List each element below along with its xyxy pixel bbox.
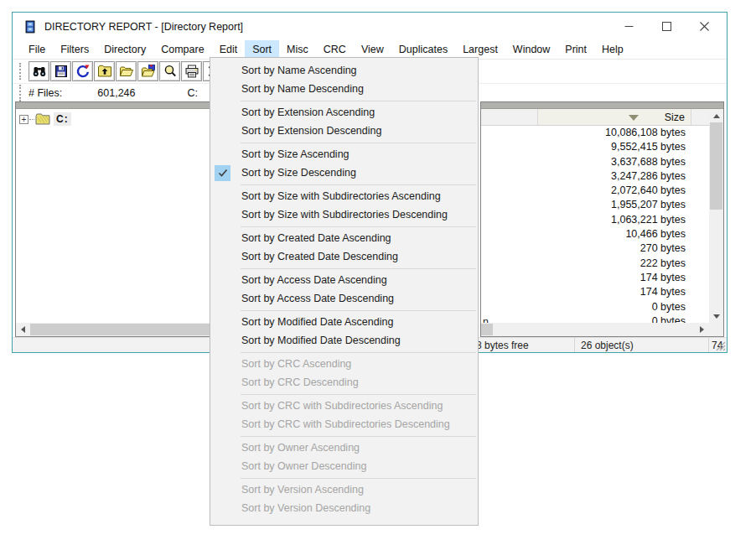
minimize-icon [624,22,634,31]
infobar-grip[interactable] [19,85,23,101]
file-size-cell[interactable]: 10,086,108 bytes [481,126,709,140]
menu-help[interactable]: Help [594,40,631,59]
tree-node-c-drive[interactable]: + C: [19,112,71,127]
close-icon [700,22,709,31]
file-size-cell[interactable]: 1,063,221 bytes [481,213,709,227]
checked-indicator [215,165,230,181]
menu-item-sort-size-asc[interactable]: Sort by Size Ascending [210,146,478,164]
menu-item-sort-size-desc[interactable]: Sort by Size Descending [210,164,478,183]
tree-connector [29,119,34,120]
zoom-button[interactable] [159,61,180,81]
maximize-icon [662,22,671,31]
maximize-button[interactable] [648,13,686,40]
menu-duplicates[interactable]: Duplicates [391,40,455,59]
menu-compare[interactable]: Compare [153,40,211,59]
column-header-size[interactable]: Size [538,109,691,125]
menu-item-sort-created-asc[interactable]: Sort by Created Date Ascending [210,230,478,248]
menu-separator [241,226,476,227]
menu-item-sort-size-subdirs-desc[interactable]: Sort by Size with Subdirectories Descend… [210,206,478,225]
menu-separator [241,478,476,479]
file-size-cell[interactable]: 3,247,286 bytes [481,169,709,184]
menu-item-sort-owner-desc[interactable]: Sort by Owner Descending [210,458,478,476]
file-size-cell[interactable]: 174 bytes [481,271,709,285]
scroll-up-button[interactable] [709,109,723,122]
menu-item-label: Sort by CRC with Subdirectories Descendi… [241,418,450,430]
menu-item-sort-size-subdirs-asc[interactable]: Sort by Size with Subdirectories Ascendi… [210,188,478,206]
menu-item-sort-crc-asc[interactable]: Sort by CRC Ascending [210,356,478,374]
menu-window[interactable]: Window [505,40,557,59]
find-button[interactable] [28,61,49,81]
menu-sort[interactable]: Sort [245,40,279,59]
menu-print[interactable]: Print [557,40,594,59]
compare-folders-button[interactable] [137,61,158,81]
menu-item-sort-access-asc[interactable]: Sort by Access Date Ascending [210,272,478,290]
print-button[interactable] [181,61,202,81]
open-folder-button[interactable] [116,61,137,81]
menu-largest[interactable]: Largest [455,40,505,59]
column-header-hidden[interactable] [481,109,538,125]
menu-item-sort-name-asc[interactable]: Sort by Name Ascending [210,62,478,80]
file-size-cell[interactable]: 2,072,640 bytes [481,184,709,198]
scroll-right-arrow-icon [700,326,704,333]
menu-item-sort-version-desc[interactable]: Sort by Version Descending [210,500,478,518]
refresh-button[interactable] [72,61,93,81]
file-list-pane: Size 10,086,108 bytes 9,552,415 bytes 3,… [480,101,724,337]
clipped-filename-fragment: n [483,316,489,323]
scroll-right-button[interactable] [695,323,709,336]
minimize-button[interactable] [610,13,648,40]
menu-view[interactable]: View [354,40,391,59]
file-size-cell[interactable]: 9,552,415 bytes [481,140,709,154]
files-label: # Files: [28,87,62,99]
parent-folder-button[interactable] [94,61,115,81]
expand-plus-icon[interactable]: + [19,115,28,124]
list-hscrollbar-thumb[interactable] [481,324,493,335]
print-icon [184,64,199,79]
menu-item-sort-created-desc[interactable]: Sort by Created Date Descending [210,248,478,267]
menu-item-sort-extension-asc[interactable]: Sort by Extension Ascending [210,104,478,122]
menu-item-sort-extension-desc[interactable]: Sort by Extension Descending [210,122,478,141]
menu-item-sort-name-desc[interactable]: Sort by Name Descending [210,80,478,99]
file-size-cell[interactable]: 222 bytes [481,257,709,271]
file-size-cell[interactable]: 1,955,207 bytes [481,198,709,212]
menu-item-label: Sort by Version Descending [241,502,370,514]
menu-item-label: Sort by Size Ascending [241,148,350,160]
file-size-cell[interactable]: 3,637,688 bytes [481,155,709,169]
menu-item-label: Sort by Owner Descending [241,460,366,472]
tree-node-label[interactable]: C: [54,112,71,126]
menu-item-sort-owner-asc[interactable]: Sort by Owner Ascending [210,439,478,458]
menu-separator [241,394,476,395]
menu-item-sort-crc-subdirs-desc[interactable]: Sort by CRC with Subdirectories Descendi… [210,416,478,434]
menu-directory[interactable]: Directory [96,40,153,59]
open-folder-icon [119,64,134,79]
file-size-cell[interactable]: 174 bytes [481,285,709,299]
menu-file[interactable]: File [21,40,53,59]
menu-item-label: Sort by Extension Ascending [241,106,375,118]
menu-item-sort-modified-asc[interactable]: Sort by Modified Date Ascending [210,314,478,332]
save-button[interactable] [50,61,71,81]
menu-item-sort-crc-subdirs-asc[interactable]: Sort by CRC with Subdirectories Ascendin… [210,397,478,416]
checkmark-icon [218,168,228,178]
menu-item-label: Sort by CRC Descending [241,376,359,388]
menu-item-sort-version-asc[interactable]: Sort by Version Ascending [210,481,478,500]
scroll-down-button[interactable] [709,309,723,323]
menu-item-sort-crc-desc[interactable]: Sort by CRC Descending [210,374,478,392]
menu-filters[interactable]: Filters [53,40,96,59]
list-horizontal-scrollbar[interactable] [481,323,709,336]
resize-grip-icon[interactable] [716,341,726,351]
file-size-cell[interactable]: 0 bytes [481,300,709,314]
list-vertical-scrollbar[interactable] [709,109,723,323]
file-size-cell[interactable]: 270 bytes [481,241,709,256]
list-scrollbar-thumb[interactable] [710,122,722,210]
close-button[interactable] [686,13,723,40]
menu-crc[interactable]: CRC [316,40,354,59]
menu-item-sort-modified-desc[interactable]: Sort by Modified Date Descending [210,332,478,350]
menu-item-sort-access-desc[interactable]: Sort by Access Date Descending [210,290,478,309]
sort-menu-dropdown: Sort by Name Ascending Sort by Name Desc… [210,57,479,526]
scroll-left-button[interactable] [16,323,30,336]
window-controls [610,13,727,40]
file-size-cell[interactable]: 10,466 bytes [481,227,709,241]
menu-misc[interactable]: Misc [279,40,316,59]
menu-edit[interactable]: Edit [212,40,246,59]
toolbar-grip[interactable] [19,63,23,80]
file-size-cell[interactable]: 0 bytes [481,314,709,323]
